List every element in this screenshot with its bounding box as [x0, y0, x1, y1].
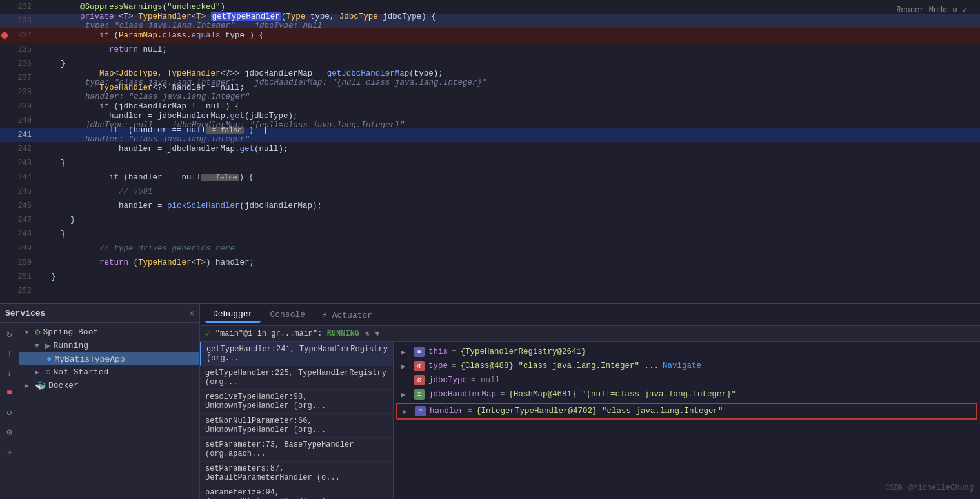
filter-icon[interactable]: ⚗: [365, 329, 370, 339]
line-num-244: 244: [9, 173, 38, 182]
service-docker[interactable]: ▶ 🐳 Docker: [19, 379, 199, 392]
line-num-239: 239: [9, 102, 38, 111]
close-services-icon[interactable]: ✕: [189, 308, 194, 318]
spring-boot-icon: ⚙: [35, 327, 40, 338]
var-handler-value: {IntegerTypeHandler@4702} "class java.la…: [476, 407, 723, 416]
var-jdbchandlermap-arrow: ▶: [401, 391, 410, 399]
code-line-246: 246 handler = pickSoleHandler(jdbcHandle…: [0, 199, 980, 213]
stack-frame-5[interactable]: setParameters:87, DefaultParameterHandle…: [200, 462, 393, 485]
debugger-tab-label: Debugger: [213, 309, 253, 319]
line-num-237: 237: [9, 74, 38, 83]
var-handler-name: handler: [430, 407, 464, 416]
refresh-icon[interactable]: ↻: [5, 327, 14, 341]
services-header: Services ✕: [0, 304, 199, 323]
var-jdbchandlermap-icon: ≡: [414, 389, 425, 400]
code-line-252: 252: [0, 284, 980, 298]
restart-icon[interactable]: ↺: [5, 405, 14, 420]
service-mybatis[interactable]: ● MyBatisTypeApp: [19, 352, 199, 365]
up-icon[interactable]: ↑: [5, 347, 14, 361]
bottom-panel: Services ✕ ↻ ↑ ↓ ■ ↺ ⚙ ＋ ▼ ⚙ Spring Boot: [0, 303, 980, 499]
line-num-245: 245: [9, 187, 38, 196]
stack-frames: getTypeHandler:241, TypeHandlerRegistry …: [200, 342, 394, 499]
thread-info: "main"@1 in gr...main": RUNNING: [215, 329, 359, 338]
var-jdbctype-icon: ⊙: [414, 375, 425, 385]
add-icon[interactable]: ＋: [3, 445, 16, 460]
watermark: CSDN @MichelleChung: [885, 484, 974, 493]
settings-icon[interactable]: ⚙: [5, 425, 14, 440]
dropdown-icon[interactable]: ▼: [375, 329, 380, 339]
breakpoint-dot-234[interactable]: [0, 32, 9, 39]
running-label: Running: [53, 341, 88, 351]
var-type-value: {Class@488} "class java.lang.Integer" ..…: [461, 362, 659, 371]
code-line-242: 242 handler = jdbcHandlerMap.get(null);: [0, 142, 980, 156]
var-handler-icon: ≡: [415, 406, 426, 416]
var-this-name: this: [428, 347, 448, 356]
down-icon[interactable]: ↓: [5, 366, 14, 380]
var-jdbctype[interactable]: ▶ ⊙ jdbcType = null: [394, 373, 980, 387]
var-handler-arrow: ▶: [403, 407, 412, 416]
line-num-246: 246: [9, 201, 38, 210]
tab-actuator[interactable]: ⚡ Actuator: [314, 307, 380, 323]
service-not-started[interactable]: ▶ ⊙ Not Started: [19, 365, 199, 379]
stack-frame-0[interactable]: getTypeHandler:241, TypeHandlerRegistry …: [200, 342, 393, 366]
arrow-running: ▼: [35, 342, 43, 350]
var-this-icon: ≡: [414, 347, 425, 357]
var-type[interactable]: ▶ ⊙ type = {Class@488} "class java.lang.…: [394, 359, 980, 373]
stack-frame-1[interactable]: getTypeHandler:225, TypeHandlerRegistry …: [200, 366, 393, 390]
services-sidebar: Services ✕ ↻ ↑ ↓ ■ ↺ ⚙ ＋ ▼ ⚙ Spring Boot: [0, 304, 200, 499]
line-num-243: 243: [9, 159, 38, 168]
code-line-235: 235 return null;: [0, 43, 980, 57]
var-type-icon: ⊙: [414, 361, 425, 371]
tab-debugger[interactable]: Debugger: [205, 307, 261, 323]
arrow-docker: ▶: [25, 382, 32, 390]
tab-console[interactable]: Console: [262, 307, 313, 322]
var-jdbchandlermap-value: {HashMap@4681} "{null=class java.lang.In…: [509, 390, 737, 399]
line-num-251: 251: [9, 272, 38, 281]
var-type-arrow: ▶: [401, 362, 410, 371]
stack-frame-3[interactable]: setNonNullParameter:66, UnknownTypeHandl…: [200, 414, 393, 438]
editor-area: Reader Mode ⊘ ✓ 232 @SuppressWarnings("u…: [0, 0, 980, 303]
service-spring-boot[interactable]: ▼ ⚙ Spring Boot: [19, 325, 199, 339]
navigate-link[interactable]: Navigate: [663, 362, 701, 371]
docker-icon: 🐳: [35, 380, 46, 391]
variables-panel: ▶ ≡ this = {TypeHandlerRegistry@2641} ▶ …: [394, 342, 980, 499]
stack-frame-4[interactable]: setParameter:73, BaseTypeHandler (org.ap…: [200, 438, 393, 462]
left-toolbar: ↻ ↑ ↓ ■ ↺ ⚙ ＋: [0, 323, 19, 464]
line-num-250: 250: [9, 258, 38, 267]
services-content: ▼ ⚙ Spring Boot ▼ ▶ Running ● MyBatisTyp…: [19, 323, 199, 464]
line-num-236: 236: [9, 59, 38, 68]
thread-status: RUNNING: [327, 329, 359, 338]
line-num-242: 242: [9, 145, 38, 154]
debug-panel: Debugger Console ⚡ Actuator ✓ "main"@1 i…: [200, 304, 980, 499]
line-num-247: 247: [9, 216, 38, 225]
var-this-value: {TypeHandlerRegistry@2641}: [461, 347, 586, 356]
line-num-235: 235: [9, 45, 38, 54]
thread-bar: ✓ "main"@1 in gr...main": RUNNING ⚗ ▼: [200, 326, 980, 342]
stack-frame-2[interactable]: resolveTypeHandler:98, UnknownTypeHandle…: [200, 390, 393, 414]
mybatis-icon: ●: [46, 354, 52, 364]
line-num-234: 234: [9, 31, 38, 40]
spring-boot-label: Spring Boot: [43, 327, 98, 337]
var-jdbchandlermap-name: jdbcHandlerMap: [428, 390, 496, 399]
line-num-252: 252: [9, 287, 38, 296]
var-jdbchandlermap[interactable]: ▶ ≡ jdbcHandlerMap = {HashMap@4681} "{nu…: [394, 387, 980, 402]
var-handler[interactable]: ▶ ≡ handler = {IntegerTypeHandler@4702} …: [396, 403, 977, 420]
stop-icon[interactable]: ■: [5, 385, 14, 400]
code-line-250: 250 return (TypeHandler<T>) handler;: [0, 256, 980, 270]
line-num-248: 248: [9, 230, 38, 239]
line-num-241: 241: [9, 130, 38, 139]
service-running[interactable]: ▼ ▶ Running: [19, 339, 199, 352]
line-num-233: 233: [9, 17, 38, 26]
line-num-249: 249: [9, 244, 38, 253]
docker-label: Docker: [48, 381, 79, 391]
actuator-tab-label: Actuator: [332, 311, 372, 320]
not-started-label: Not Started: [53, 367, 108, 377]
line-num-240: 240: [9, 116, 38, 125]
debug-tabs: Debugger Console ⚡ Actuator: [200, 304, 980, 326]
code-line-247: 247 }: [0, 213, 980, 227]
var-this[interactable]: ▶ ≡ this = {TypeHandlerRegistry@2641}: [394, 345, 980, 359]
code-lines: 232 @SuppressWarnings("unchecked") 233 p…: [0, 0, 980, 298]
stack-frame-6[interactable]: parameterize:94, PreparedStatementHandle…: [200, 485, 393, 499]
line-num-232: 232: [9, 3, 38, 12]
code-line-251: 251 }: [0, 270, 980, 284]
